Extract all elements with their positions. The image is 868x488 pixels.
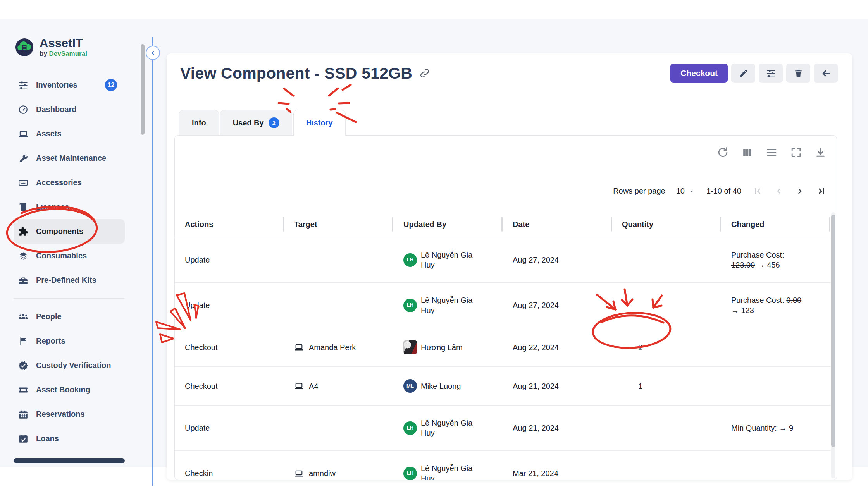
history-table: ActionsTargetUpdated ByDateQuantityChang… [175, 211, 830, 480]
user-name: Lê Nguyễn Gia Huy [421, 295, 474, 315]
tab-info[interactable]: Info [179, 110, 219, 135]
sidebar-item-consumables[interactable]: Consumables [14, 244, 125, 268]
cell-updated-by: LHLê Nguyễn Gia Huy [393, 237, 503, 282]
cell-updated-by: LHLê Nguyễn Gia Huy [393, 406, 503, 450]
pencil-icon [739, 69, 748, 78]
sidebar-item-assets[interactable]: Assets [14, 122, 125, 146]
download-icon[interactable] [815, 146, 827, 158]
sidebar-item-label: Reports [36, 337, 65, 345]
sidebar-item-inventories[interactable]: Inventories12 [14, 73, 125, 97]
column-header-label: Actions [185, 220, 213, 229]
sidebar-item-label: Accessories [36, 178, 82, 187]
sidebar-item-asset-maintenance[interactable]: Asset Maintenance [14, 146, 125, 170]
table-row: CheckoutA4MLMike LuongAug 21, 20241 [175, 366, 830, 405]
fullscreen-icon[interactable] [790, 146, 802, 158]
avatar: ML [403, 379, 417, 393]
tune-icon [766, 69, 776, 78]
previous-page-icon[interactable] [773, 186, 784, 196]
table-row: UpdateLHLê Nguyễn Gia HuyAug 27, 2024Pur… [175, 237, 830, 282]
cell-target [284, 247, 393, 272]
cell-updated-by: MLMike Luong [393, 367, 503, 405]
keyboard-icon [18, 178, 28, 188]
sidebar-item-licenses[interactable]: Licenses [14, 195, 125, 219]
back-button[interactable] [814, 64, 838, 83]
column-header-actions[interactable]: Actions [175, 220, 284, 229]
table-row: UpdateLHLê Nguyễn Gia HuyAug 21, 2024Min… [175, 405, 830, 450]
sidebar-item-accessories[interactable]: Accessories [14, 170, 125, 195]
column-header-date[interactable]: Date [503, 220, 612, 229]
pagination: Rows per page 10 1-10 of 40 [613, 186, 827, 196]
sidebar-nav: Inventories12DashboardAssetsAsset Mainte… [0, 73, 139, 463]
tab-history[interactable]: History [293, 110, 346, 136]
sidebar-item-components[interactable]: Components [14, 219, 125, 244]
sidebar-collapse-button[interactable] [146, 46, 160, 60]
trash-icon [794, 69, 803, 78]
next-page-icon[interactable] [795, 186, 805, 196]
column-header-updated-by[interactable]: Updated By [393, 220, 503, 229]
layers-icon [18, 251, 28, 261]
tab-label: History [306, 119, 333, 127]
sidebar-item-reservations[interactable]: Reservations [14, 402, 125, 426]
refresh-icon[interactable] [717, 146, 729, 158]
calendar-check-icon [18, 434, 28, 444]
table-body: UpdateLHLê Nguyễn Gia HuyAug 27, 2024Pur… [175, 237, 830, 480]
sidebar-item-reports[interactable]: Reports [14, 329, 125, 353]
table-header-row: ActionsTargetUpdated ByDateQuantityChang… [175, 211, 830, 237]
cell-action: Checkout [175, 369, 284, 404]
sidebar-item-pre-defined-kits[interactable]: Pre-Defined Kits [14, 268, 125, 292]
last-page-icon[interactable] [816, 186, 827, 196]
calendar-icon [18, 409, 28, 419]
sidebar-item-label: Asset Maintenance [36, 154, 106, 163]
delete-button[interactable] [786, 64, 810, 83]
sidebar-item-loans[interactable]: Loans [14, 426, 125, 451]
cell-quantity [612, 247, 721, 272]
checkout-button[interactable]: Checkout [670, 64, 728, 83]
tab-label: Info [192, 119, 206, 127]
table-toolbar [717, 146, 827, 158]
sidebar-item-asset-booking[interactable]: Asset Booking [14, 378, 125, 402]
cell-date: Aug 27, 2024 [503, 288, 612, 323]
rows-per-page-label: Rows per page [613, 187, 665, 196]
rows-per-page-select[interactable]: 10 [676, 187, 696, 196]
sidebar-item-label: Reservations [36, 410, 85, 419]
used-by-count-badge: 2 [269, 117, 279, 128]
chevron-left-icon [150, 50, 156, 56]
edit-button[interactable] [731, 64, 755, 83]
sidebar-item-label: Inventories [36, 81, 78, 89]
density-icon[interactable] [766, 146, 778, 158]
sidebar-item-dashboard[interactable]: Dashboard [14, 97, 125, 122]
cell-quantity: 1 [612, 369, 721, 404]
cell-changed: Purchase Cost: 0.00 → 123 [721, 283, 830, 328]
column-header-quantity[interactable]: Quantity [612, 220, 721, 229]
column-header-target[interactable]: Target [284, 220, 393, 229]
laptop-icon [18, 129, 28, 139]
cell-quantity [612, 416, 721, 440]
cell-updated-by: Hương Lâm [393, 328, 503, 366]
tab-used-by[interactable]: Used By2 [220, 110, 292, 135]
flag-icon [18, 336, 28, 346]
sidebar-item-people[interactable]: People [14, 304, 125, 329]
ticket-icon [18, 385, 28, 395]
columns-icon[interactable] [741, 146, 753, 158]
copy-link-icon[interactable] [419, 68, 430, 79]
column-header-label: Date [513, 220, 529, 229]
toolbox-icon [18, 275, 28, 285]
avatar: LH [403, 299, 417, 312]
sidebar-item-custody-verification[interactable]: Custody Verification [14, 353, 125, 378]
settings-button[interactable] [759, 64, 783, 83]
table-scrollbar-thumb[interactable] [831, 215, 835, 447]
cell-date: Aug 21, 2024 [503, 369, 612, 404]
cell-changed [721, 374, 830, 399]
sidebar-item-label: People [36, 312, 62, 321]
history-panel: Rows per page 10 1-10 of 40 ActionsTarge… [174, 135, 837, 480]
app-background: AssetIT by DevSamurai Inventories12Dashb… [0, 19, 868, 467]
main-card: View Component - SSD 512GB Checkout [167, 53, 852, 480]
sidebar-scrollbar-thumb[interactable] [141, 44, 145, 135]
sidebar-item-label: Assets [36, 129, 62, 138]
people-icon [18, 312, 28, 322]
cell-target: A4 [284, 369, 393, 404]
column-header-changed[interactable]: Changed [721, 220, 830, 229]
first-page-icon[interactable] [752, 186, 763, 196]
cell-action: Checkin [175, 456, 284, 480]
column-header-label: Updated By [403, 220, 446, 229]
